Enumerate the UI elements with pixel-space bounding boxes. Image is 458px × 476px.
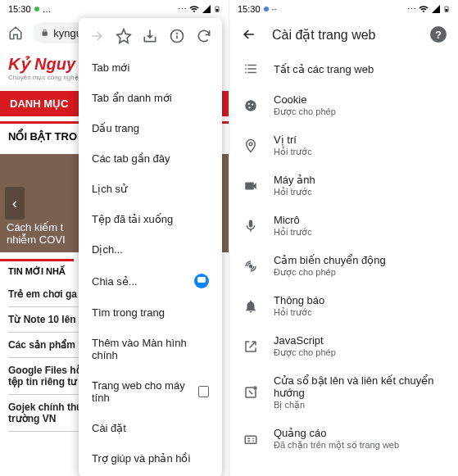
news-badge: TIN MỚI NHẤ <box>0 259 74 282</box>
menu-new-tab[interactable]: Tab mới <box>79 52 222 83</box>
page-title: Cài đặt trang web <box>272 27 415 43</box>
wifi-icon <box>189 4 199 14</box>
hero-caption: Cách kiếm t nhiễm COVI <box>7 221 66 246</box>
svg-point-8 <box>248 102 250 104</box>
home-icon[interactable] <box>8 25 23 40</box>
status-more: ·· <box>272 4 277 14</box>
row-location[interactable]: Vị tríHỏi trước <box>229 125 458 165</box>
list-icon <box>243 61 259 77</box>
signal-icon <box>431 4 441 14</box>
svg-rect-14 <box>245 436 256 443</box>
svg-point-4 <box>177 33 178 34</box>
mic-icon <box>243 218 259 234</box>
forward-icon[interactable] <box>88 28 105 44</box>
row-notifications[interactable]: Thông báoHỏi trước <box>229 286 458 326</box>
status-time: 15:30 <box>8 4 31 14</box>
right-screen: 15:30 ·· ⋯ Cài đặt trang web ? Tất cả cá… <box>229 0 458 476</box>
voip-icon: ⋯ <box>407 4 416 15</box>
menu-add-home[interactable]: Thêm vào Màn hình chính <box>79 328 222 370</box>
popup-icon <box>243 384 259 401</box>
chrome-overflow-menu: Tab mới Tab ẩn danh mới Dấu trang Các ta… <box>79 18 222 476</box>
status-dot-icon <box>264 7 269 11</box>
menu-help[interactable]: Trợ giúp và phản hồi <box>79 443 222 474</box>
messenger-icon <box>194 274 209 288</box>
wifi-icon <box>419 4 429 14</box>
desktop-checkbox[interactable] <box>198 386 209 397</box>
camera-icon <box>243 178 259 194</box>
menu-history[interactable]: Lịch sử <box>79 174 222 204</box>
download-icon[interactable] <box>142 28 158 44</box>
status-more: … <box>43 4 52 14</box>
menu-share[interactable]: Chia sẻ... <box>79 265 222 297</box>
url-text: kyngu <box>53 27 82 39</box>
menu-recent-tabs[interactable]: Các tab gần đây <box>79 143 222 174</box>
signal-icon <box>202 4 211 14</box>
row-javascript[interactable]: JavaScriptĐược cho phép <box>229 326 458 366</box>
row-ads[interactable]: Quảng cáoĐã chặn trên một số trang web <box>229 419 458 459</box>
svg-rect-1 <box>216 9 219 11</box>
location-icon <box>243 138 259 154</box>
battery-icon <box>443 4 450 14</box>
svg-point-11 <box>249 142 252 145</box>
menu-translate[interactable]: Dịch... <box>79 234 222 265</box>
battery-icon <box>214 4 220 14</box>
svg-rect-6 <box>446 9 448 11</box>
left-screen: 15:30 … ⋯ kyngu Kỷ Nguy Chuyên mục công … <box>0 0 229 476</box>
status-dot-icon <box>34 7 39 11</box>
status-time: 15:30 <box>238 4 261 14</box>
back-icon[interactable] <box>241 26 257 43</box>
row-camera[interactable]: Máy ảnhHỏi trước <box>229 165 458 206</box>
row-motion[interactable]: Cảm biến chuyển độngĐược cho phép <box>229 246 458 286</box>
svg-point-12 <box>250 265 252 267</box>
svg-point-7 <box>245 100 256 111</box>
menu-find[interactable]: Tìm trong trang <box>79 297 222 328</box>
status-bar: 15:30 … ⋯ <box>0 0 229 16</box>
menu-incognito[interactable]: Tab ẩn danh mới <box>79 83 222 113</box>
launch-icon <box>243 338 259 355</box>
settings-toolbar: Cài đặt trang web ? <box>229 16 458 52</box>
voip-icon: ⋯ <box>178 4 187 15</box>
status-bar: 15:30 ·· ⋯ <box>229 0 458 16</box>
row-all-sites[interactable]: Tất cả các trang web <box>229 52 458 85</box>
menu-desktop-site[interactable]: Trang web cho máy tính <box>79 370 222 413</box>
svg-point-9 <box>252 103 253 105</box>
menu-toolbar <box>79 18 222 52</box>
star-icon[interactable] <box>116 28 132 44</box>
info-icon[interactable] <box>169 28 185 44</box>
menu-bookmarks[interactable]: Dấu trang <box>79 113 222 143</box>
cookie-icon <box>243 97 259 114</box>
carousel-prev-icon[interactable]: ‹ <box>5 187 25 220</box>
row-microphone[interactable]: MicrôHỏi trước <box>229 206 458 246</box>
motion-icon <box>243 258 259 274</box>
row-cookie[interactable]: CookieĐược cho phép <box>229 85 458 125</box>
refresh-icon[interactable] <box>196 28 212 44</box>
menu-downloads[interactable]: Tệp đã tải xuống <box>79 204 222 234</box>
bell-icon <box>243 298 259 315</box>
settings-list: Tất cả các trang web CookieĐược cho phép… <box>229 52 458 476</box>
ads-icon <box>243 431 259 447</box>
svg-point-10 <box>248 107 250 108</box>
help-icon[interactable]: ? <box>430 26 447 43</box>
menu-settings[interactable]: Cài đặt <box>79 413 222 443</box>
lock-icon <box>41 25 48 40</box>
row-popups[interactable]: Cửa sổ bật lên và liên kết chuyển hướngB… <box>229 366 458 419</box>
